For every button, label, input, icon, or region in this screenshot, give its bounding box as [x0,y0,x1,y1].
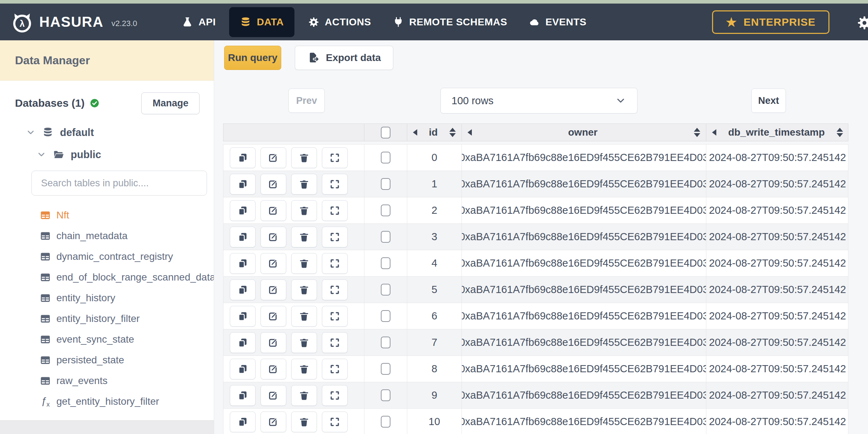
expand-row-button[interactable] [322,147,348,168]
row-checkbox[interactable] [381,205,390,216]
expand-row-button[interactable] [322,359,348,379]
export-data-button[interactable]: Export data [295,46,393,70]
row-checkbox[interactable] [381,416,390,428]
clone-row-button[interactable] [230,200,256,221]
edit-row-button[interactable] [261,385,286,406]
expand-row-button[interactable] [322,412,348,432]
row-checkbox[interactable] [381,231,390,243]
row-checkbox[interactable] [381,257,390,269]
edit-row-button[interactable] [261,412,286,432]
sidebar-table-item[interactable]: Nft [0,205,214,226]
delete-row-button[interactable] [291,253,317,274]
sidebar-table-item[interactable]: end_of_block_range_scanned_data [0,267,214,288]
tree-node-schema[interactable]: public [0,143,214,166]
clone-row-button[interactable] [230,412,256,432]
enterprise-button[interactable]: ★ ENTERPRISE [712,10,829,34]
copy-icon [237,390,248,401]
sidebar-table-item[interactable]: dynamic_contract_registry [0,246,214,267]
delete-row-button[interactable] [291,227,317,247]
nav-item-api[interactable]: API [171,7,226,37]
cell-owner: 0xaBA7161A7fb69c88e16ED9f455CE62B791EE4D… [462,382,706,408]
header-id-cell[interactable]: id [407,124,462,141]
delete-row-button[interactable] [291,385,317,406]
sidebar-table-item[interactable]: chain_metadata [0,226,214,246]
clone-row-button[interactable] [230,385,256,406]
sidebar-table-item[interactable]: entity_history_filter [0,308,214,329]
edit-row-button[interactable] [261,174,286,195]
delete-row-button[interactable] [291,412,317,432]
cell-id: 7 [407,329,462,355]
chevron-down-icon[interactable] [36,150,46,160]
nav-item-data[interactable]: DATA [229,7,294,37]
prev-page-button[interactable]: Prev [288,89,325,113]
delete-row-button[interactable] [291,359,317,379]
sidebar-function-item[interactable]: ƒx get_entity_history_filter [0,391,214,412]
collapse-column-icon[interactable] [468,129,472,136]
delete-row-button[interactable] [291,200,317,221]
nav-item-remote-schemas[interactable]: REMOTE SCHEMAS [382,7,518,37]
clone-row-button[interactable] [230,174,256,195]
clone-row-button[interactable] [230,359,256,379]
rows-per-page-select[interactable]: 100 rows [440,88,637,113]
expand-row-button[interactable] [322,200,348,221]
edit-row-button[interactable] [261,147,286,168]
tree-node-database[interactable]: default [0,121,214,143]
sort-icon[interactable] [694,128,700,137]
expand-row-button[interactable] [322,306,348,327]
sidebar-table-item[interactable]: entity_history [0,288,214,308]
nav-item-actions[interactable]: ACTIONS [297,7,382,37]
edit-row-button[interactable] [261,200,286,221]
copy-icon [237,284,248,295]
clone-row-button[interactable] [230,332,256,353]
sidebar-table-item[interactable]: persisted_state [0,350,214,370]
row-checkbox[interactable] [381,389,390,401]
edit-row-button[interactable] [261,279,286,300]
edit-icon [268,364,279,374]
header-db-write-timestamp-cell[interactable]: db_write_timestamp [706,124,849,141]
manage-button[interactable]: Manage [141,92,200,114]
row-checkbox[interactable] [381,363,390,375]
cell-owner: 0xaBA7161A7fb69c88e16ED9f455CE62B791EE4D… [462,224,706,250]
clone-row-button[interactable] [230,147,256,168]
row-checkbox[interactable] [381,337,390,348]
next-page-button[interactable]: Next [751,89,786,113]
nav-item-events[interactable]: EVENTS [518,7,597,37]
edit-row-button[interactable] [261,332,286,353]
delete-row-button[interactable] [291,306,317,327]
collapse-column-icon[interactable] [413,129,417,136]
row-checkbox[interactable] [381,284,390,296]
delete-row-button[interactable] [291,332,317,353]
clone-row-button[interactable] [230,279,256,300]
clone-row-button[interactable] [230,253,256,274]
collapse-column-icon[interactable] [712,129,716,136]
edit-row-button[interactable] [261,359,286,379]
select-all-checkbox[interactable] [381,127,390,138]
clone-row-button[interactable] [230,227,256,247]
sort-icon[interactable] [837,128,843,137]
settings-gear-icon[interactable] [857,15,868,31]
sort-icon[interactable] [449,128,456,137]
expand-row-button[interactable] [322,174,348,195]
expand-row-button[interactable] [322,279,348,300]
delete-row-button[interactable] [291,147,317,168]
clone-row-button[interactable] [230,306,256,327]
delete-row-button[interactable] [291,174,317,195]
expand-row-button[interactable] [322,385,348,406]
row-checkbox[interactable] [381,152,390,163]
expand-row-button[interactable] [322,332,348,353]
search-tables-input[interactable] [31,171,207,196]
row-checkbox[interactable] [381,310,390,322]
sidebar-table-item[interactable]: event_sync_state [0,329,214,350]
edit-row-button[interactable] [261,253,286,274]
delete-row-button[interactable] [291,279,317,300]
edit-row-button[interactable] [261,227,286,247]
expand-row-button[interactable] [322,253,348,274]
header-owner-cell[interactable]: owner [462,124,706,141]
row-checkbox[interactable] [381,178,390,190]
sidebar-scrollbar-track[interactable] [0,420,214,434]
chevron-down-icon[interactable] [26,127,36,137]
edit-row-button[interactable] [261,306,286,327]
sidebar-table-item[interactable]: raw_events [0,370,214,391]
run-query-button[interactable]: Run query [224,46,281,70]
expand-row-button[interactable] [322,227,348,247]
